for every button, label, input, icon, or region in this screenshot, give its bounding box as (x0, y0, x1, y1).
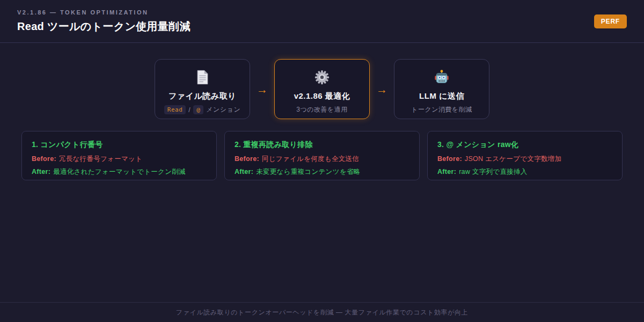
before-label: Before: (235, 155, 259, 163)
header: V2.1.86 — TOKEN OPTIMIZATION Read ツールのトー… (0, 0, 644, 43)
before-line: Before:冗長な行番号フォーマット (32, 155, 207, 164)
after-text: raw 文字列で直接挿入 (459, 168, 528, 175)
flow-step-title: LLM に送信 (419, 91, 464, 101)
flow-step-optimization: v2.1.86 最適化 3つの改善を適用 (274, 59, 370, 119)
at-mention-chip: @ (193, 105, 203, 114)
card-title: 2. 重複再読み取り排除 (235, 140, 409, 150)
flow-step-subtitle: 3つの改善を適用 (296, 105, 348, 114)
after-line: After:raw 文字列で直接挿入 (437, 167, 612, 177)
flow-step-title: v2.1.86 最適化 (294, 91, 350, 101)
after-label: After: (32, 168, 50, 175)
footer-status-bar: ファイル読み取りのトークンオーバーヘッドを削減 — 大量ファイル作業でのコスト効… (0, 302, 644, 322)
card-title: 3. @ メンション raw化 (437, 140, 612, 150)
flow-arrow-icon: → (257, 84, 268, 95)
flow-diagram: ファイル読み取り Read / @ メンション → (0, 59, 644, 119)
flow-step-subtitle: トークン消費を削減 (411, 105, 472, 114)
after-line: After:最適化されたフォーマットでトークン削減 (32, 167, 207, 177)
flow-step-send-llm: LLM に送信 トークン消費を削減 (394, 59, 489, 119)
before-text: 同じファイルを何度も全文送信 (262, 155, 359, 163)
before-label: Before: (32, 155, 56, 163)
after-text: 未変更なら重複コンテンツを省略 (256, 168, 360, 175)
card-title: 1. コンパクト行番号 (32, 140, 207, 150)
after-line: After:未変更なら重複コンテンツを省略 (235, 167, 409, 177)
before-text: JSON エスケープで文字数増加 (465, 155, 562, 163)
flow-step-title: ファイル読み取り (169, 91, 236, 101)
robot-icon (434, 69, 450, 86)
improvement-cards: 1. コンパクト行番号 Before:冗長な行番号フォーマット After:最適… (21, 131, 623, 180)
read-tool-chip: Read (164, 105, 186, 114)
mention-label: メンション (206, 105, 240, 114)
version-eyebrow: V2.1.86 — TOKEN OPTIMIZATION (17, 9, 191, 16)
perf-badge: PERF (594, 14, 627, 28)
flow-step-subtitle: Read / @ メンション (164, 105, 240, 114)
before-text: 冗長な行番号フォーマット (59, 155, 142, 163)
after-label: After: (437, 168, 456, 175)
document-icon (194, 69, 210, 86)
before-label: Before: (437, 155, 462, 163)
before-line: Before:JSON エスケープで文字数増加 (437, 155, 612, 164)
improvement-card-compact-line-numbers: 1. コンパクト行番号 Before:冗長な行番号フォーマット After:最適… (21, 131, 217, 180)
header-titles: V2.1.86 — TOKEN OPTIMIZATION Read ツールのトー… (17, 9, 191, 34)
improvement-card-mention-raw: 3. @ メンション raw化 Before:JSON エスケープで文字数増加 … (427, 131, 623, 180)
after-text: 最適化されたフォーマットでトークン削減 (53, 168, 186, 175)
gear-icon (314, 69, 330, 86)
flow-arrow-icon: → (376, 84, 387, 95)
after-label: After: (235, 168, 253, 175)
before-line: Before:同じファイルを何度も全文送信 (235, 155, 409, 164)
improvement-card-dedupe-rereads: 2. 重複再読み取り排除 Before:同じファイルを何度も全文送信 After… (224, 131, 420, 180)
flow-step-file-read: ファイル読み取り Read / @ メンション (155, 59, 250, 119)
chip-separator: / (188, 106, 191, 114)
page-title: Read ツールのトークン使用量削減 (17, 19, 191, 34)
footer-text: ファイル読み取りのトークンオーバーヘッドを削減 — 大量ファイル作業でのコスト効… (176, 308, 468, 317)
